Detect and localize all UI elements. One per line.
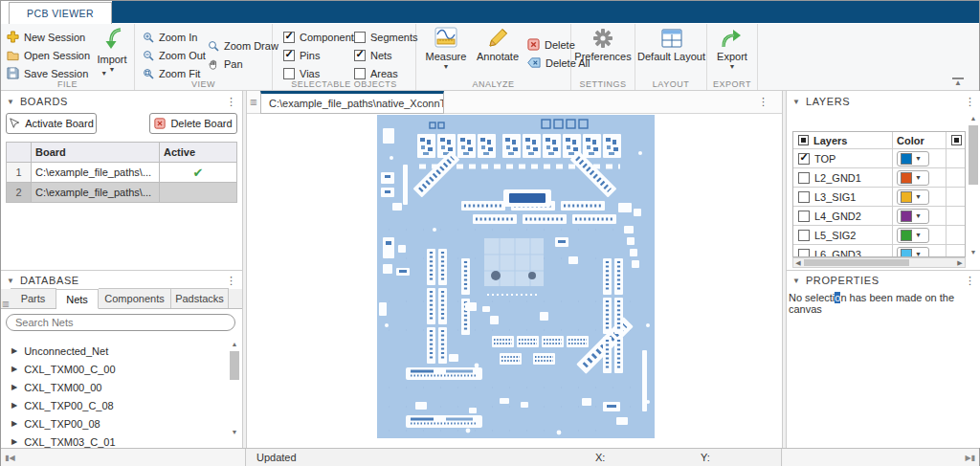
pcb-board-image[interactable]: [377, 115, 655, 438]
scroll-to-start-icon[interactable]: ▮◀: [5, 454, 15, 462]
collapse-chevron-icon[interactable]: ▼: [792, 98, 800, 106]
status-x-label: X:: [595, 452, 605, 463]
collapse-chevron-icon[interactable]: ▼: [7, 277, 14, 285]
export-button[interactable]: Export ▼: [711, 27, 753, 70]
net-tree-item[interactable]: ▶CXL_TXP00_08: [1, 414, 229, 433]
areas-checkbox[interactable]: [354, 68, 366, 79]
scroll-down-icon[interactable]: ▼: [229, 428, 240, 437]
board-row-1[interactable]: 1 C:\example_file_paths\...: [7, 163, 237, 183]
properties-menu-icon[interactable]: ⋮: [965, 275, 975, 287]
expand-arrow-icon[interactable]: ▶: [11, 383, 17, 391]
layers-vscrollbar[interactable]: ▲ ▼: [968, 114, 979, 257]
board-path-cell[interactable]: C:\example_file_paths\...: [32, 183, 160, 203]
layer-color-dropdown[interactable]: ▼: [897, 151, 929, 166]
select-all-layers-checkbox[interactable]: [798, 135, 809, 145]
boards-column-active[interactable]: Active: [160, 143, 237, 163]
tab-overflow-icon[interactable]: ▥: [249, 98, 258, 106]
layer-row-l2-gnd1[interactable]: L2_GND1 ▼: [793, 168, 965, 188]
scroll-right-icon[interactable]: ▶: [955, 258, 965, 267]
layer-visible-checkbox[interactable]: [798, 172, 810, 184]
boards-menu-icon[interactable]: ⋮: [226, 96, 236, 108]
column-checkbox[interactable]: [951, 135, 962, 145]
layer-color-dropdown[interactable]: ▼: [897, 189, 929, 205]
zoom-draw-button[interactable]: Zoom Draw: [208, 36, 278, 55]
expand-arrow-icon[interactable]: ▶: [11, 365, 17, 373]
minimize-ribbon-icon[interactable]: ▲: [952, 78, 964, 86]
zoom-in-button[interactable]: Zoom In: [143, 28, 206, 46]
scrollbar-thumb[interactable]: [230, 351, 239, 380]
collapse-chevron-icon[interactable]: ▼: [792, 277, 800, 285]
nets-scrollbar[interactable]: ▲ ▼: [229, 340, 240, 447]
layer-row-top[interactable]: TOP ▼: [793, 149, 965, 168]
collapse-chevron-icon[interactable]: ▼: [7, 98, 14, 106]
pan-button[interactable]: Pan: [208, 55, 278, 73]
layer-row-l4-gnd2[interactable]: L4_GND2 ▼: [793, 207, 965, 226]
layer-row-l3-sig1[interactable]: L3_SIG1 ▼: [793, 188, 965, 207]
segments-checkbox[interactable]: [354, 32, 366, 43]
scroll-down-icon[interactable]: ▼: [968, 248, 979, 257]
expand-arrow-icon[interactable]: ▶: [11, 419, 17, 428]
layer-visible-checkbox[interactable]: [798, 230, 810, 241]
zoom-out-button[interactable]: Zoom Out: [143, 46, 206, 64]
tab-components[interactable]: Components: [99, 288, 171, 308]
tab-nets[interactable]: Nets: [56, 289, 99, 309]
default-layout-button[interactable]: Default Layout: [636, 27, 706, 62]
layer-visible-checkbox[interactable]: [798, 191, 810, 203]
layer-row-l6-gnd3[interactable]: L6_GND3 ▼: [793, 245, 965, 257]
board-row-2[interactable]: 2 C:\example_file_paths\...: [7, 183, 237, 203]
tab-parts[interactable]: Parts: [11, 288, 56, 308]
tab-pcb-viewer[interactable]: PCB VIEWER: [9, 2, 112, 24]
layers-hscrollbar[interactable]: ◀ ▶: [792, 257, 966, 268]
measure-button[interactable]: Measure ▼: [422, 27, 470, 70]
canvas-menu-icon[interactable]: ⋮: [758, 96, 768, 108]
layer-row-l5-sig2[interactable]: L5_SIG2 ▼: [793, 226, 965, 245]
components-checkbox[interactable]: [283, 32, 295, 43]
nets-checkbox[interactable]: [354, 50, 366, 61]
layer-color-dropdown[interactable]: ▼: [897, 209, 929, 224]
scroll-up-icon[interactable]: ▲: [968, 114, 979, 123]
net-tree-item[interactable]: ▶CXL_TXM00_C_00: [1, 360, 229, 378]
right-hscrollbar[interactable]: ▶▮: [783, 449, 979, 466]
pins-checkbox[interactable]: [283, 50, 295, 61]
expand-arrow-icon[interactable]: ▶: [11, 437, 17, 446]
boards-column-board[interactable]: Board: [32, 143, 160, 163]
net-tree-item[interactable]: ▶CXL_TXP00_C_08: [1, 396, 229, 414]
pcb-canvas[interactable]: [247, 114, 782, 448]
tab-document[interactable]: C:\example_file_paths\native_XconnTitan: [260, 91, 444, 114]
status-message: Updated: [256, 452, 297, 463]
scroll-to-end-icon[interactable]: ▶▮: [965, 454, 975, 462]
checkbox-pins[interactable]: Pins: [283, 46, 359, 64]
right-panel: ▼ LAYERS ⋮ Layers Color TOP ▼ L2_GND1 ▼: [787, 91, 980, 448]
net-tree-item[interactable]: ▶CXL_TXM00_00: [1, 378, 229, 396]
layer-visible-checkbox[interactable]: [798, 249, 810, 258]
layer-visible-checkbox[interactable]: [798, 153, 810, 165]
checkbox-nets[interactable]: Nets: [354, 46, 418, 64]
annotate-button[interactable]: Annotate: [472, 27, 523, 62]
scroll-up-icon[interactable]: ▲: [229, 340, 240, 349]
zoom-out-icon: [143, 50, 154, 61]
scroll-left-icon[interactable]: ◀: [793, 258, 803, 267]
tab-overflow-icon[interactable]: ▥: [1, 300, 11, 308]
checkbox-components[interactable]: Components: [283, 28, 359, 46]
layer-color-dropdown[interactable]: ▼: [897, 228, 929, 243]
activate-board-button[interactable]: Activate Board: [6, 113, 97, 134]
layers-menu-icon[interactable]: ⋮: [965, 96, 975, 108]
scrollbar-thumb[interactable]: [804, 259, 909, 266]
search-nets-input[interactable]: [6, 314, 235, 331]
layer-visible-checkbox[interactable]: [798, 211, 810, 222]
expand-arrow-icon[interactable]: ▶: [11, 346, 17, 355]
scrollbar-thumb[interactable]: [969, 125, 978, 185]
tab-padstacks[interactable]: Padstacks: [171, 288, 229, 308]
left-hscrollbar[interactable]: ▮◀: [1, 449, 246, 466]
delete-board-button[interactable]: Delete Board: [149, 113, 237, 134]
checkbox-segments[interactable]: Segments: [354, 28, 418, 46]
layer-color-dropdown[interactable]: ▼: [897, 170, 929, 186]
net-tree-item[interactable]: ▶Unconnected_Net: [1, 342, 229, 360]
expand-arrow-icon[interactable]: ▶: [11, 401, 17, 410]
board-path-cell[interactable]: C:\example_file_paths\...: [32, 163, 160, 183]
import-button[interactable]: Import ▼: [93, 28, 131, 73]
layer-color-dropdown[interactable]: ▼: [897, 247, 929, 258]
preferences-button[interactable]: Preferences: [574, 27, 632, 62]
database-menu-icon[interactable]: ⋮: [226, 275, 236, 287]
vias-checkbox[interactable]: [283, 68, 295, 79]
